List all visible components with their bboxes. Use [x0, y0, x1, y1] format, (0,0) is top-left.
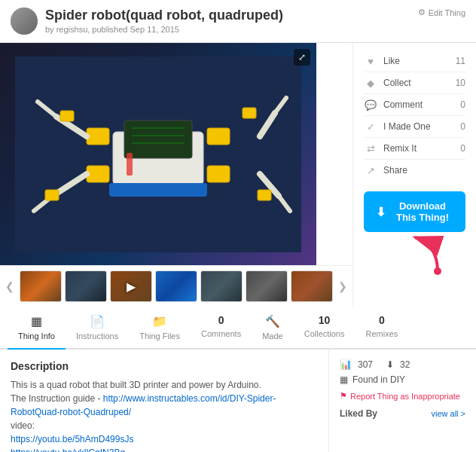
page-title: Spider robot(quad robot, quadruped): [45, 8, 418, 23]
made-one-action[interactable]: ✓ I Made One 0: [364, 116, 465, 138]
thumb-prev-button[interactable]: ❮: [3, 279, 17, 293]
edit-thing-button[interactable]: ⚙ Edit Thing: [418, 8, 465, 17]
download-wrapper: ⬇ Download This Thing!: [364, 191, 465, 279]
tab-remixes[interactable]: 0 Remixes: [355, 307, 409, 350]
arrow-annotation: [381, 234, 449, 279]
comment-action[interactable]: 💬 Comment 0: [364, 94, 465, 116]
robot-svg: [15, 56, 301, 252]
right-panel: ♥ Like 11 ◆ Collect 10 💬 Comment 0 ✓ I M…: [352, 43, 476, 307]
tab-collections[interactable]: 10 Collections: [294, 307, 355, 350]
svg-rect-7: [207, 128, 230, 145]
main-image: ⤢: [0, 43, 316, 265]
collect-icon: ◆: [364, 76, 377, 90]
share-action[interactable]: ↗ Share: [364, 160, 465, 181]
svg-point-25: [434, 267, 441, 275]
downloads-icon: ⬇: [386, 359, 394, 370]
download-icon: ⬇: [376, 205, 386, 219]
thumbnail-5[interactable]: [200, 270, 243, 302]
report-link[interactable]: ⚑ Report Thing as Inappropriate: [340, 391, 465, 401]
liked-by-header: Liked By view all >: [340, 408, 465, 419]
thumbnail-1[interactable]: [20, 270, 62, 302]
description-panel: Description This is a quad robot that bu…: [0, 350, 329, 452]
svg-rect-8: [87, 166, 109, 182]
svg-rect-9: [207, 166, 230, 182]
made-one-icon: ✓: [364, 120, 377, 133]
svg-rect-20: [60, 111, 74, 121]
page-header: Spider robot(quad robot, quadruped) by r…: [0, 0, 476, 43]
flag-icon: ⚑: [340, 391, 347, 401]
expand-button[interactable]: ⤢: [294, 49, 310, 66]
thumbnail-strip: ❮ ❯: [0, 265, 352, 307]
svg-rect-18: [109, 183, 207, 197]
tabs-bar: ▦ Thing Info 📄 Instructions 📁 Thing File…: [0, 307, 476, 350]
tab-made[interactable]: 🔨 Made: [252, 307, 294, 350]
video-link-2[interactable]: https://youtu.be/ykIlCgIN2Bg: [11, 447, 125, 452]
svg-rect-21: [243, 108, 256, 118]
remix-action[interactable]: ⇄ Remix It 0: [364, 138, 465, 160]
expand-icon: ⤢: [298, 52, 306, 63]
bottom-content: Description This is a quad robot that bu…: [0, 350, 476, 452]
instructions-icon: 📄: [90, 314, 105, 328]
svg-rect-6: [87, 128, 109, 145]
gear-icon: ⚙: [418, 8, 426, 17]
svg-rect-23: [258, 190, 271, 200]
thumbnail-2[interactable]: [65, 270, 107, 302]
found-in-icon: ▦: [340, 374, 348, 385]
svg-rect-19: [127, 153, 133, 176]
like-action[interactable]: ♥ Like 11: [364, 50, 465, 72]
tab-thing-info[interactable]: ▦ Thing Info: [8, 307, 66, 350]
comment-icon: 💬: [364, 98, 377, 111]
tab-comments[interactable]: 0 Comments: [191, 307, 252, 350]
thumbnail-7[interactable]: [291, 270, 333, 302]
page-meta: by regishsu, published Sep 11, 2015: [45, 25, 418, 34]
thumbnail-4[interactable]: [155, 270, 197, 302]
tab-instructions[interactable]: 📄 Instructions: [66, 307, 129, 350]
tab-thing-files[interactable]: 📁 Thing Files: [129, 307, 191, 350]
like-icon: ♥: [364, 54, 377, 68]
remix-icon: ⇄: [364, 142, 377, 155]
thumb-next-button[interactable]: ❯: [336, 279, 349, 293]
svg-rect-22: [45, 190, 59, 200]
collect-action[interactable]: ◆ Collect 10: [364, 72, 465, 94]
action-list: ♥ Like 11 ◆ Collect 10 💬 Comment 0 ✓ I M…: [364, 50, 465, 181]
description-body: This is a quad robot that built 3D print…: [11, 378, 318, 452]
share-icon: ↗: [364, 163, 377, 177]
main-area: ⤢ ❮ ❯ ♥ Like 11 ◆ Collect 10: [0, 43, 476, 307]
description-title: Description: [11, 360, 318, 372]
stats-panel: 📊 307 ⬇ 32 ▦ Found in DIY ⚑ Report Thing…: [329, 350, 476, 452]
avatar: [11, 8, 38, 35]
view-all-link[interactable]: view all >: [431, 409, 465, 418]
title-area: Spider robot(quad robot, quadruped) by r…: [45, 8, 418, 34]
thumbnail-6[interactable]: [246, 270, 288, 302]
download-button[interactable]: ⬇ Download This Thing!: [364, 191, 465, 232]
found-in-row: ▦ Found in DIY: [340, 374, 465, 385]
made-icon: 🔨: [265, 314, 280, 328]
thing-files-icon: 📁: [152, 314, 167, 328]
views-stat: 📊 307 ⬇ 32: [340, 359, 465, 370]
thing-info-icon: ▦: [31, 314, 42, 328]
thumbnail-3[interactable]: [110, 270, 152, 302]
left-panel: ⤢ ❮ ❯: [0, 43, 352, 307]
views-icon: 📊: [340, 359, 352, 370]
video-link-1[interactable]: https://youtu.be/5hAmD499sJs: [11, 434, 133, 444]
svg-rect-2: [124, 121, 192, 158]
